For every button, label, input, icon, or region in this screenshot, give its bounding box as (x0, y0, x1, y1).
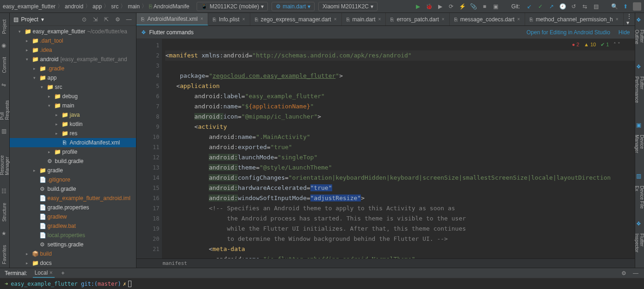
flutter-inspector-icon[interactable]: ❖ (636, 220, 643, 227)
vcs-commit-icon[interactable]: ✓ (537, 3, 544, 10)
tree-row[interactable]: ⚙build.gradle (10, 184, 136, 194)
gear-icon[interactable]: ⚙ (620, 270, 627, 277)
tree-row[interactable]: ▸📁profile (10, 147, 136, 157)
gear-icon[interactable]: ⚙ (114, 16, 121, 23)
tree-row[interactable]: ⎘AndroidManifest.xml (10, 138, 136, 147)
close-icon[interactable]: × (616, 17, 619, 22)
tab-pull-requests[interactable]: Pull Requests (0, 93, 11, 124)
tree-row[interactable]: ▸📁res (10, 129, 136, 138)
device-manager-icon[interactable]: ▣ (636, 122, 643, 128)
breadcrumb-segment[interactable]: android (65, 3, 83, 10)
tree-row[interactable]: ▾📁app (10, 73, 136, 82)
chevron-icon[interactable]: ▸ (54, 113, 60, 117)
tree-row[interactable]: ▸📁.idea (10, 45, 136, 55)
chevron-icon[interactable]: ▾ (47, 103, 52, 108)
tree-row[interactable]: ▾📁easy_example_flutter~/code/flutter/ea (10, 27, 136, 36)
tree-row[interactable]: ⚙build.gradle (10, 157, 136, 166)
collapse-icon[interactable]: ⇱ (103, 16, 110, 23)
editor-tab[interactable]: ⎘zego_express_manager.dart× (250, 13, 342, 25)
editor-tab[interactable]: ⎘errors_patch.dart× (386, 13, 449, 25)
breadcrumb-segment[interactable]: easy_example_flutter (3, 3, 56, 10)
hot-reload-icon[interactable]: ⚡ (458, 3, 466, 10)
close-icon[interactable]: × (50, 270, 53, 276)
device-file-explorer-icon[interactable]: ▥ (636, 173, 643, 179)
close-icon[interactable]: × (517, 17, 520, 22)
chevron-icon[interactable]: ▾ (32, 75, 37, 80)
editor-tab[interactable]: ⎘main.dart× (342, 13, 386, 25)
tree-row[interactable]: ▾📁android[easy_example_flutter_and (10, 55, 136, 64)
tree-row[interactable]: ⚙settings.gradle (10, 240, 136, 249)
close-icon[interactable]: × (242, 17, 245, 22)
tab-overflow[interactable]: ⋮ ▾ (624, 13, 635, 25)
editor-body[interactable]: ● 2 ▲ 10 ✔ 1 ˄ ˅ 12345678910111213141516… (136, 39, 634, 258)
flutter-commands-label[interactable]: Flutter commands (149, 29, 193, 36)
tree-row[interactable]: ▸📁gradle (10, 166, 136, 175)
tree-row[interactable]: 📄gradle.properties (10, 203, 136, 212)
tree-row[interactable]: ▸📁.gradle (10, 64, 136, 73)
hide-banner-link[interactable]: Hide (619, 29, 630, 36)
close-icon[interactable]: × (334, 17, 337, 22)
avd-icon[interactable]: ▤ (592, 3, 600, 10)
chevron-down-icon[interactable]: ▾ (41, 16, 44, 23)
terminal-tab-local[interactable]: Local × (33, 269, 55, 278)
avatar[interactable] (633, 2, 641, 11)
tree-row[interactable]: ▸📁.dart_tool (10, 36, 136, 45)
editor-tab[interactable]: ⎘message_codecs.dart× (450, 13, 525, 25)
attach-icon[interactable]: 📎 (470, 3, 477, 10)
tree-row[interactable]: 📄local.properties (10, 231, 136, 240)
chevron-icon[interactable]: ▸ (32, 168, 37, 173)
vcs-update-icon[interactable]: ↙ (526, 3, 533, 10)
tree-row[interactable]: ▸📁docs (10, 258, 136, 268)
layout-inspector-icon[interactable]: ▣ (492, 3, 499, 10)
expand-icon[interactable]: ⇲ (92, 16, 99, 23)
tree-row[interactable]: ▸📦build (10, 249, 136, 258)
tab-structure[interactable]: Structure (1, 199, 8, 226)
tree-row[interactable]: ▸📁kotlin (10, 119, 136, 129)
sync-icon[interactable]: ⇆ (581, 3, 588, 10)
chevron-icon[interactable]: ▸ (32, 66, 37, 71)
flutter-outline-icon[interactable]: ❖ (636, 17, 643, 23)
chevron-icon[interactable]: ▸ (25, 48, 30, 52)
locate-icon[interactable]: ⊙ (80, 16, 88, 23)
tab-device-file-explorer[interactable]: Device File Ex (633, 183, 644, 216)
tree-row[interactable]: ▾📁main (10, 101, 136, 110)
vcs-rollback-icon[interactable]: ↺ (570, 3, 577, 10)
chevron-icon[interactable]: ▸ (25, 38, 30, 43)
terminal-body[interactable]: ➜ easy_example_flutter git:(master) ✗ (0, 278, 644, 289)
device-combo[interactable]: 📱M2011K2C (mobile)▾ (197, 2, 268, 11)
structure-icon[interactable]: ☷ (1, 188, 8, 195)
run-config-combo[interactable]: ⚙main.dart▾ (272, 2, 315, 11)
code-content[interactable]: <manifest xmlns:android="http://schemas.… (162, 39, 634, 258)
chevron-icon[interactable]: ▸ (47, 94, 52, 99)
tree-row[interactable]: ▾📁src (10, 82, 136, 92)
close-icon[interactable]: × (442, 17, 445, 22)
tree-row[interactable]: 📄gradlew.bat (10, 221, 136, 231)
hide-icon[interactable]: — (125, 16, 132, 23)
code-breadcrumb[interactable]: manifest (136, 258, 634, 268)
close-icon[interactable]: × (200, 16, 203, 21)
tree-row[interactable]: 📄easy_example_flutter_android.iml (10, 194, 136, 203)
tab-device-manager[interactable]: Device Manager (633, 132, 644, 170)
project-tree[interactable]: ▾📁easy_example_flutter~/code/flutter/ea▸… (10, 26, 136, 268)
chevron-icon[interactable]: ▸ (54, 131, 60, 136)
tab-favorites[interactable]: Favorites (1, 241, 8, 268)
chevron-icon[interactable]: ▸ (25, 251, 30, 256)
profile-icon[interactable]: ⟳ (447, 3, 455, 10)
editor-tab[interactable]: ⎘AndroidManifest.xml× (136, 13, 208, 25)
pull-requests-icon[interactable]: ⇋ (1, 82, 8, 88)
open-android-studio-link[interactable]: Open for Editing in Android Studio (526, 29, 610, 36)
tab-flutter-performance[interactable]: Flutter Performance (633, 74, 644, 118)
tree-row[interactable]: 📄.gitignore (10, 175, 136, 184)
chevron-icon[interactable]: ▸ (47, 150, 52, 154)
breadcrumb-segment[interactable]: ⎘ AndroidManife (149, 3, 189, 10)
resource-manager-icon[interactable]: ▥ (1, 128, 8, 134)
close-icon[interactable]: × (378, 17, 381, 22)
tab-flutter-outline[interactable]: Flutter Outline (633, 27, 644, 60)
tree-row[interactable]: ▸📁java (10, 110, 136, 119)
search-icon[interactable]: 🔍 (611, 3, 618, 10)
tab-resource-manager[interactable]: Resource Manager (0, 139, 11, 179)
tab-commit[interactable]: Commit (1, 53, 8, 76)
commit-icon[interactable]: ◉ (1, 42, 8, 49)
new-terminal-icon[interactable]: ＋ (60, 269, 66, 277)
editor-tab[interactable]: ⎘method_channel_permission_h× (525, 13, 624, 25)
